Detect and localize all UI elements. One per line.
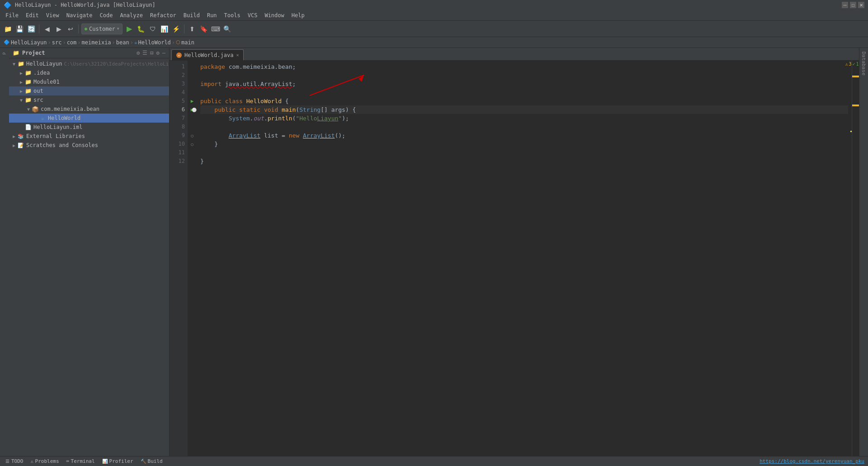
menu-window[interactable]: Window xyxy=(261,11,288,19)
tree-src[interactable]: ▼ 📁 src xyxy=(9,95,169,105)
menu-file[interactable]: File xyxy=(2,11,22,19)
menu-navigate[interactable]: Navigate xyxy=(63,11,96,19)
terminal-button[interactable]: ⌨ Terminal xyxy=(65,458,97,464)
status-url[interactable]: https://blog.csdn.net/yerenyuan_pku xyxy=(760,458,864,464)
system-class: System xyxy=(229,114,250,123)
sidebar-header: 📁 Project ⚙ ☰ ⊟ ⚙ — xyxy=(9,48,169,58)
run-button[interactable]: ▶ xyxy=(124,24,134,34)
line-num-9: 9 xyxy=(170,131,185,140)
code-line-6: public static void main ( String [] args… xyxy=(200,105,848,114)
breadcrumb-method[interactable]: main xyxy=(181,39,194,46)
coverage-button[interactable]: 🛡 xyxy=(148,24,158,34)
close-button[interactable]: ✕ xyxy=(858,2,864,8)
tree-scratches-label: Scratches and Consoles xyxy=(26,142,98,148)
sidebar-settings-icon[interactable]: ⚙ xyxy=(137,50,140,56)
left-icon-project[interactable]: P xyxy=(2,50,7,57)
tree-root[interactable]: ▼ 📁 HelloLiayun C:\Users\32120\IdeaProje… xyxy=(9,59,169,68)
breadcrumb-method-icon: ⬡ xyxy=(176,39,180,45)
tree-scratches[interactable]: ▶ 📝 Scratches and Consoles xyxy=(9,141,169,150)
breadcrumb-com[interactable]: com xyxy=(67,39,77,46)
breadcrumb-bean[interactable]: bean xyxy=(116,39,129,46)
code-area[interactable]: package com.meimeixia.bean ; import java… xyxy=(197,61,852,456)
toolbar-save-button[interactable]: 💾 xyxy=(14,24,24,34)
tab-helloworld[interactable]: ☕ HelloWorld.java ✕ xyxy=(171,49,244,60)
build-button[interactable]: 🔨 Build xyxy=(139,458,165,464)
tree-iml-label: HelloLiayun.iml xyxy=(33,124,82,130)
sidebar-layout-icon[interactable]: ☰ xyxy=(142,50,147,56)
tree-package-arrow: ▼ xyxy=(25,107,32,112)
gutter-circle-icon: ○ xyxy=(191,133,193,138)
line-num-7: 7 xyxy=(170,114,185,123)
breadcrumb-file[interactable]: HelloWorld xyxy=(138,39,171,46)
keyword-public: public xyxy=(200,97,222,105)
menu-code[interactable]: Code xyxy=(96,11,117,19)
keyword-void: void xyxy=(264,105,278,114)
keyword-new: new xyxy=(289,131,299,140)
sidebar-collapse-icon[interactable]: ⊟ xyxy=(150,50,153,56)
problems-button[interactable]: ⚠ Problems xyxy=(29,458,61,464)
maximize-button[interactable]: □ xyxy=(850,2,856,8)
toolbar-more-button[interactable]: ⚡ xyxy=(171,24,181,34)
toolbar-vcs-button[interactable]: ⬆ xyxy=(187,24,197,34)
tree-external-libs[interactable]: ▶ 📚 External Libraries xyxy=(9,132,169,141)
arraylist-new-type: ArrayList xyxy=(303,131,335,140)
editor[interactable]: 1 2 3 4 5 6 7 8 9 10 11 12 xyxy=(170,61,859,456)
toolbar-separator-2 xyxy=(78,24,79,33)
tree-package[interactable]: ▼ 📦 com.meimeixia.bean xyxy=(9,105,169,114)
toolbar-separator-1 xyxy=(39,24,39,33)
minimize-button[interactable]: ─ xyxy=(842,2,848,8)
gutter-line-3 xyxy=(188,80,197,88)
tree-module01[interactable]: ▶ 📁 Module01 xyxy=(9,77,169,86)
menu-view[interactable]: View xyxy=(42,11,63,19)
gutter-line-6[interactable]: ▶ ⚪ xyxy=(188,105,197,114)
toolbar-open-button[interactable]: 📁 xyxy=(3,24,13,34)
toolbar-recent-button[interactable]: ↩ xyxy=(66,24,75,34)
tree-src-label: src xyxy=(33,97,43,103)
tab-close-icon[interactable]: ✕ xyxy=(236,52,239,57)
project-icon: 📁 xyxy=(13,50,19,56)
sidebar-close-icon[interactable]: — xyxy=(162,50,165,56)
toolbar-bookmark-button[interactable]: 🔖 xyxy=(199,24,209,34)
tree-out[interactable]: ▶ 📁 out xyxy=(9,86,169,95)
tree-idea-arrow: ▶ xyxy=(18,71,24,76)
breadcrumb-src[interactable]: src xyxy=(52,39,62,46)
terminal-icon: ⌨ xyxy=(66,459,69,464)
menu-edit[interactable]: Edit xyxy=(22,11,42,19)
todo-button[interactable]: ☰ TODO xyxy=(4,458,25,464)
out-field: out xyxy=(253,114,264,123)
menu-run[interactable]: Run xyxy=(203,11,221,19)
database-panel-label[interactable]: Database xyxy=(859,48,868,79)
app-logo-icon: 🔷 xyxy=(4,1,11,9)
menu-help[interactable]: Help xyxy=(288,11,308,19)
run-config-dropdown[interactable]: ● Customer ▼ xyxy=(81,24,123,34)
toolbar-forward-button[interactable]: ▶ xyxy=(54,24,64,34)
breadcrumb-project[interactable]: HelloLiayun xyxy=(11,39,47,46)
debug-button[interactable]: 🐛 xyxy=(136,24,146,34)
toolbar-search-button[interactable]: 🔍 xyxy=(222,24,232,34)
menu-analyze[interactable]: Analyze xyxy=(116,11,146,19)
toolbar-terminal-button[interactable]: ⌨ xyxy=(211,24,221,34)
menu-vcs[interactable]: VCS xyxy=(244,11,261,19)
tree-idea[interactable]: ▶ 📁 .idea xyxy=(9,68,169,77)
tab-bar: ☕ HelloWorld.java ✕ xyxy=(170,48,859,61)
gutter-line-5[interactable]: ▶ xyxy=(188,97,197,105)
toolbar-back-button[interactable]: ◀ xyxy=(42,24,52,34)
tree-iml[interactable]: ▶ 📄 HelloLiayun.iml xyxy=(9,123,169,132)
import-statement: java.util.ArrayList xyxy=(225,80,292,88)
problems-label: Problems xyxy=(35,458,59,464)
menu-build[interactable]: Build xyxy=(180,11,203,19)
breadcrumb-meimeixia[interactable]: meimeixia xyxy=(82,39,111,46)
tree-helloworld[interactable]: ▶ ☕ HelloWorld xyxy=(9,114,169,123)
tree-external-libs-arrow: ▶ xyxy=(11,134,17,139)
profiler-button[interactable]: 📊 Profiler xyxy=(100,458,135,464)
menu-tools[interactable]: Tools xyxy=(221,11,244,19)
profile-button[interactable]: 📊 xyxy=(160,24,170,34)
toolbar-sync-button[interactable]: 🔄 xyxy=(26,24,36,34)
run-class-icon[interactable]: ▶ xyxy=(191,98,194,104)
sidebar-gear-icon[interactable]: ⚙ xyxy=(156,50,160,56)
menu-refactor[interactable]: Refactor xyxy=(146,11,180,19)
breadcrumb-project-icon: 🔷 xyxy=(4,39,10,45)
code-line-3: import java.util.ArrayList ; xyxy=(200,80,848,88)
editor-container: ☕ HelloWorld.java ✕ 1 2 3 4 5 6 7 8 9 10… xyxy=(170,48,859,456)
sidebar-tree: ▼ 📁 HelloLiayun C:\Users\32120\IdeaProje… xyxy=(9,58,169,456)
